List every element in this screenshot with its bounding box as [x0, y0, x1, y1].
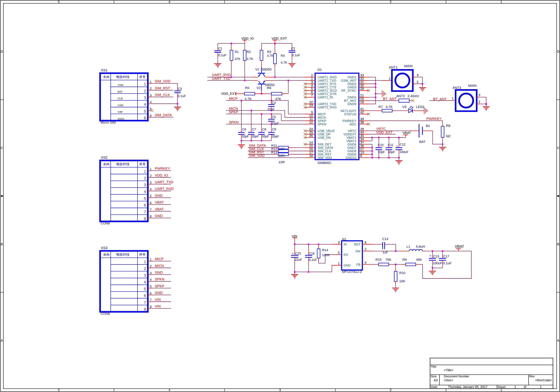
svg-text:SIM_DATA: SIM_DATA — [155, 113, 172, 117]
svg-text:FB: FB — [356, 263, 360, 266]
svg-text:1: 1 — [500, 0, 502, 3]
svg-text:17: 17 — [309, 151, 313, 154]
svg-text:3: 3 — [150, 94, 152, 97]
svg-text:VRTC: VRTC — [348, 129, 356, 133]
svg-text:V1: V1 — [255, 67, 260, 71]
svg-text:USB_VBUS: USB_VBUS — [318, 129, 335, 133]
svg-text:R13: R13 — [271, 150, 278, 154]
svg-text:1: 1 — [144, 82, 146, 86]
svg-text:GND: GND — [155, 194, 163, 198]
svg-text:+: + — [396, 144, 398, 148]
svg-text:2: 2 — [150, 174, 152, 177]
svg-text:6.8uH: 6.8uH — [416, 245, 425, 248]
svg-text:R1: R1 — [235, 50, 239, 54]
svg-text:GSM_ANT: GSM_ANT — [341, 79, 356, 82]
svg-text:33: 33 — [360, 73, 364, 77]
svg-text:EN: EN — [343, 253, 348, 257]
svg-text:USB_DP: USB_DP — [318, 133, 330, 136]
svg-text:GND: GND — [155, 291, 163, 295]
svg-text:SPKN: SPKN — [155, 277, 164, 281]
svg-text:R7: R7 — [379, 105, 383, 109]
svg-text:100uF: 100uF — [433, 261, 442, 265]
svg-text:GND1: GND1 — [347, 76, 356, 79]
svg-text:2: 2 — [390, 388, 391, 392]
svg-text:22R: 22R — [279, 160, 285, 164]
svg-text:GND6: GND6 — [347, 143, 356, 146]
svg-text:75K: 75K — [385, 258, 391, 261]
svg-text:2: 2 — [144, 89, 146, 93]
svg-text:USB_DN: USB_DN — [318, 136, 330, 140]
svg-text:NETLIGHT: NETLIGHT — [340, 109, 356, 113]
svg-text:4.7K: 4.7K — [245, 97, 251, 101]
svg-text:6: 6 — [311, 90, 313, 94]
svg-text:33pF: 33pF — [242, 134, 249, 138]
svg-text:C10: C10 — [378, 143, 384, 147]
svg-text:3: 3 — [338, 240, 340, 244]
svg-text:7: 7 — [144, 210, 146, 214]
svg-text:ANT2: ANT2 — [396, 94, 405, 98]
svg-text:1: 1 — [144, 169, 146, 173]
svg-text:UART1_RXD: UART1_RXD — [318, 76, 337, 79]
svg-text:6: 6 — [144, 116, 146, 120]
svg-text:A: A — [557, 339, 559, 342]
svg-text:MAIN: MAIN — [404, 64, 413, 68]
svg-text:39: 39 — [360, 117, 364, 121]
svg-text:Size: Size — [431, 375, 437, 378]
svg-text:2: 2 — [479, 100, 480, 104]
svg-text:SPKP: SPKP — [318, 119, 326, 123]
svg-text:SPKN: SPKN — [318, 123, 326, 126]
svg-text:31: 31 — [360, 80, 364, 84]
svg-text:25: 25 — [309, 130, 313, 134]
svg-text:2: 2 — [150, 264, 152, 268]
svg-text:1: 1 — [389, 76, 391, 80]
svg-text:3: 3 — [144, 273, 146, 277]
svg-text:Date:: Date: — [431, 385, 438, 389]
svg-text:1: 1 — [540, 385, 542, 389]
svg-text:S8050: S8050 — [262, 67, 271, 71]
svg-text:SW: SW — [355, 249, 360, 253]
svg-text:1: 1 — [338, 262, 340, 265]
svg-text:R9: R9 — [402, 258, 407, 261]
svg-text:11: 11 — [309, 117, 313, 121]
svg-text:+: + — [430, 254, 431, 258]
svg-text:0.1uF: 0.1uF — [443, 261, 452, 265]
svg-text:R2: R2 — [247, 50, 251, 54]
svg-text:DATA: DATA — [118, 117, 125, 120]
svg-text:MICN: MICN — [155, 264, 164, 268]
svg-text:8: 8 — [360, 154, 362, 158]
svg-text:4.7K: 4.7K — [267, 54, 274, 57]
svg-text:SIM_RST: SIM_RST — [155, 86, 170, 90]
svg-text:2: 2 — [365, 247, 367, 251]
svg-text:2: 2 — [144, 267, 146, 271]
svg-text:5: 5 — [58, 388, 60, 392]
svg-text:33pF: 33pF — [388, 150, 395, 154]
svg-text:3: 3 — [150, 271, 152, 275]
svg-text:47K: 47K — [235, 57, 240, 61]
svg-text:VDD_EXT: VDD_EXT — [376, 130, 392, 134]
svg-text:<Doc>: <Doc> — [444, 378, 453, 382]
svg-text:B: B — [557, 242, 559, 246]
svg-text:C5: C5 — [272, 115, 276, 119]
svg-text:1: 1 — [514, 385, 516, 389]
svg-text:UART1_DCD: UART1_DCD — [318, 89, 337, 93]
svg-text:+: + — [292, 252, 294, 255]
svg-text:22R: 22R — [279, 147, 285, 151]
svg-text:SIM_VDD: SIM_VDD — [155, 79, 170, 83]
svg-text:8: 8 — [144, 217, 146, 221]
svg-text:MICP: MICP — [229, 96, 238, 100]
svg-text:R5: R5 — [245, 86, 249, 90]
svg-text:R3: R3 — [267, 50, 271, 54]
svg-text:C14: C14 — [382, 237, 388, 241]
svg-text:1: 1 — [452, 96, 453, 100]
svg-text:33pF: 33pF — [272, 134, 279, 138]
svg-text:16: 16 — [309, 147, 313, 151]
svg-text:STATUS: STATUS — [344, 112, 356, 116]
svg-text:1: 1 — [150, 167, 152, 171]
svg-text:MICN: MICN — [318, 116, 326, 119]
svg-text:VBAT1: VBAT1 — [346, 136, 356, 139]
svg-text:<Title>: <Title> — [444, 368, 453, 372]
svg-text:NC: NC — [446, 134, 451, 138]
svg-text:Document Number: Document Number — [444, 375, 469, 378]
svg-text:PWRKEY: PWRKEY — [426, 117, 442, 121]
svg-text:5: 5 — [58, 0, 60, 3]
